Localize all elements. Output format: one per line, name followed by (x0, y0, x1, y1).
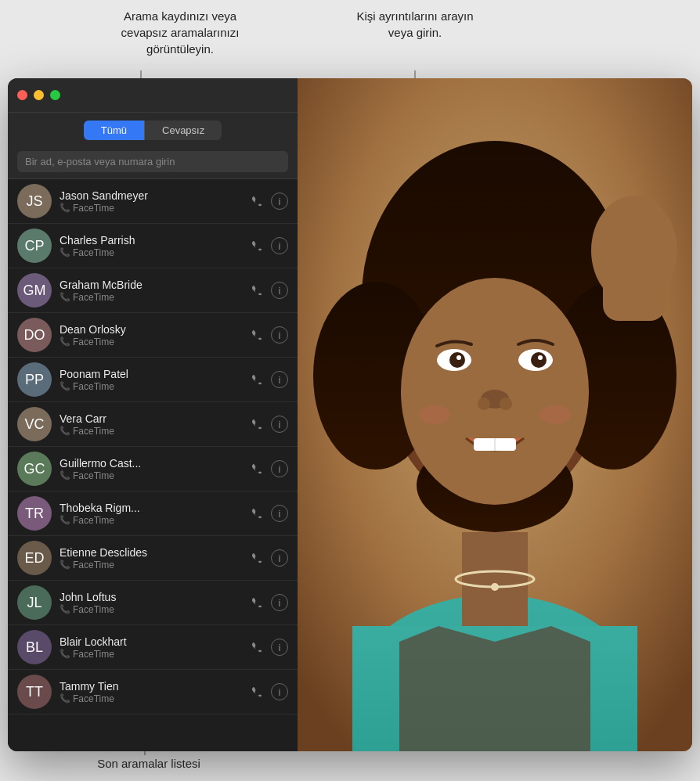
contact-item-11[interactable]: BL Blair Lockhart 📞 FaceTime i (8, 625, 298, 670)
phone-icon-small: 📞 (60, 693, 70, 704)
contact-info: Dean Orlosky 📞 FaceTime (60, 323, 241, 347)
info-button[interactable]: i (271, 326, 288, 344)
info-icon: i (279, 329, 281, 341)
call-button[interactable] (247, 281, 266, 300)
call-button[interactable] (247, 504, 266, 523)
call-button[interactable] (247, 459, 266, 478)
info-icon: i (279, 285, 281, 297)
phone-icon-small: 📞 (60, 292, 70, 302)
call-button[interactable] (247, 370, 266, 389)
svg-point-26 (419, 405, 450, 424)
call-button[interactable] (247, 638, 266, 657)
info-icon: i (279, 374, 281, 386)
avatar: JL (17, 585, 52, 620)
info-button[interactable]: i (271, 594, 288, 611)
info-button[interactable]: i (271, 371, 288, 388)
annotation-recent-calls-text: Son aramalar listesi (97, 757, 200, 770)
info-button[interactable]: i (271, 683, 288, 700)
maximize-button[interactable] (50, 90, 60, 100)
info-button[interactable]: i (271, 639, 288, 656)
phone-icon-small: 📞 (60, 560, 70, 570)
info-icon: i (279, 597, 281, 609)
facetime-label: FaceTime (73, 203, 114, 214)
contact-name: Thobeka Rigm... (60, 502, 241, 514)
avatar: CP (17, 229, 52, 263)
svg-point-27 (539, 405, 571, 424)
info-button[interactable]: i (271, 237, 288, 254)
contact-info: Poonam Patel 📞 FaceTime (60, 368, 241, 392)
contact-item-2[interactable]: CP Charles Parrish 📞 FaceTime i (8, 224, 298, 268)
contact-info: Etienne Desclides 📞 FaceTime (60, 546, 241, 570)
contact-item-10[interactable]: JL John Loftus 📞 FaceTime i (8, 581, 298, 625)
phone-icon-small: 📞 (60, 203, 70, 213)
contact-type: 📞 FaceTime (60, 604, 241, 615)
search-input[interactable] (17, 151, 288, 172)
info-button[interactable]: i (271, 505, 288, 522)
contact-actions: i (247, 281, 288, 300)
call-button[interactable] (247, 549, 266, 567)
contact-item-9[interactable]: ED Etienne Desclides 📞 FaceTime i (8, 536, 298, 581)
contact-actions: i (247, 370, 288, 389)
contact-item-5[interactable]: PP Poonam Patel 📞 FaceTime i (8, 358, 298, 402)
contact-item-7[interactable]: GC Guillermo Cast... 📞 FaceTime i (8, 447, 298, 491)
svg-rect-8 (462, 532, 528, 626)
call-button[interactable] (247, 415, 266, 434)
info-icon: i (279, 508, 281, 520)
contact-type: 📞 FaceTime (60, 470, 241, 481)
contact-actions: i (247, 192, 288, 211)
filter-all-button[interactable]: Tümü (84, 121, 144, 140)
avatar: GM (17, 273, 52, 308)
facetime-label: FaceTime (73, 292, 114, 303)
phone-icon-small: 📞 (60, 470, 70, 480)
contact-actions: i (247, 638, 288, 657)
phone-icon-small: 📞 (60, 426, 70, 436)
info-button[interactable]: i (271, 282, 288, 299)
contact-item-12[interactable]: TT Tammy Tien 📞 FaceTime i (8, 670, 298, 714)
contact-type: 📞 FaceTime (60, 560, 241, 570)
filter-missed-button[interactable]: Cevapsız (144, 121, 222, 140)
contact-actions: i (247, 549, 288, 567)
facetime-label: FaceTime (73, 381, 114, 392)
phone-icon-small: 📞 (60, 515, 70, 525)
info-button[interactable]: i (271, 416, 288, 433)
call-button[interactable] (247, 192, 266, 211)
svg-point-19 (531, 352, 547, 368)
call-button[interactable] (247, 326, 266, 344)
avatar: TT (17, 675, 52, 709)
contact-name: Tammy Tien (60, 680, 241, 693)
call-button[interactable] (247, 236, 266, 255)
contact-type: 📞 FaceTime (60, 337, 241, 347)
facetime-label: FaceTime (73, 604, 114, 615)
photo-panel (298, 78, 692, 751)
annotation-call-history-text: Arama kaydınızı veya cevapsız aramaların… (121, 9, 240, 56)
avatar: JS (17, 184, 52, 218)
facetime-label: FaceTime (73, 470, 114, 481)
contact-type: 📞 FaceTime (60, 292, 241, 303)
contact-item-1[interactable]: JS Jason Sandmeyer 📞 FaceTime i (8, 179, 298, 224)
facetime-label: FaceTime (73, 649, 114, 660)
contact-item-3[interactable]: GM Graham McBride 📞 FaceTime i (8, 268, 298, 313)
info-button[interactable]: i (271, 193, 288, 210)
contact-info: Blair Lockhart 📞 FaceTime (60, 635, 241, 660)
minimize-button[interactable] (34, 90, 44, 100)
info-icon: i (279, 552, 281, 564)
contact-item-8[interactable]: TR Thobeka Rigm... 📞 FaceTime i (8, 491, 298, 536)
phone-icon-small: 📞 (60, 337, 70, 347)
search-bar (8, 146, 298, 179)
contact-info: Thobeka Rigm... 📞 FaceTime (60, 502, 241, 526)
close-button[interactable] (17, 90, 27, 100)
contact-name: Jason Sandmeyer (60, 189, 241, 202)
contact-item-4[interactable]: DO Dean Orlosky 📞 FaceTime i (8, 313, 298, 358)
contact-info: John Loftus 📞 FaceTime (60, 591, 241, 615)
annotation-call-history: Arama kaydınızı veya cevapsız aramaların… (102, 8, 258, 57)
call-button[interactable] (247, 593, 266, 612)
call-button[interactable] (247, 682, 266, 701)
avatar: GC (17, 452, 52, 486)
contact-actions: i (247, 593, 288, 612)
contact-item-6[interactable]: VC Vera Carr 📞 FaceTime i (8, 402, 298, 447)
info-button[interactable]: i (271, 460, 288, 477)
contact-photo (298, 78, 692, 751)
svg-point-17 (456, 355, 461, 360)
info-button[interactable]: i (271, 549, 288, 567)
contact-info: Vera Carr 📞 FaceTime (60, 412, 241, 437)
